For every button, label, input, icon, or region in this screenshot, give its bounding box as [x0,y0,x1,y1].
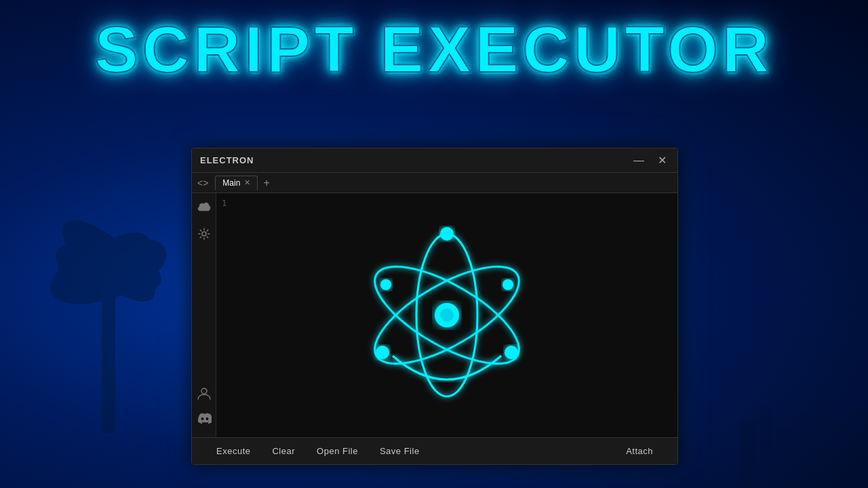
open-file-button[interactable]: Open File [306,442,369,460]
tab-main-label: Main [222,178,240,188]
editor-area[interactable]: 1 [216,193,677,437]
svg-point-22 [505,346,518,359]
save-file-button[interactable]: Save File [369,442,431,460]
title-bar: ELECTRON — ✕ [192,148,677,173]
sidebar-bottom [196,386,212,432]
window-title: ELECTRON [200,155,254,165]
svg-rect-12 [854,410,868,488]
close-button[interactable]: ✕ [655,154,669,167]
content-area: 1 [192,193,677,437]
svg-point-13 [202,232,206,236]
svg-point-14 [201,388,207,394]
tab-main[interactable]: Main ✕ [215,176,258,190]
svg-rect-6 [739,420,756,488]
execute-button[interactable]: Execute [205,442,261,460]
svg-point-16 [440,308,454,322]
clear-button[interactable]: Clear [261,442,306,460]
svg-rect-11 [834,424,851,488]
page-title: SCRIPT EXECUTOR [0,12,868,87]
minimize-button[interactable]: — [631,154,647,167]
line-number: 1 [222,199,226,208]
tabs-bar: <> Main ✕ + [192,173,677,193]
tab-close-icon[interactable]: ✕ [244,178,250,187]
discord-icon[interactable] [196,410,212,426]
nav-arrows-icon[interactable]: <> [197,178,208,188]
add-tab-button[interactable]: + [260,177,272,189]
svg-rect-8 [776,427,797,488]
profile-icon[interactable] [196,386,212,402]
svg-point-20 [440,227,454,241]
svg-point-24 [502,279,513,290]
settings-icon[interactable] [196,226,212,242]
window-controls: — ✕ [631,154,669,167]
palm-tree-left [41,163,176,434]
svg-rect-7 [760,407,773,488]
svg-rect-9 [800,413,812,488]
atom-logo [338,207,555,424]
attach-button[interactable]: Attach [615,442,664,460]
bottom-toolbar: Execute Clear Open File Save File Attach [192,437,677,464]
cloud-icon[interactable] [196,199,212,215]
city-silhouette [732,386,868,488]
app-window: ELECTRON — ✕ <> Main ✕ + [191,148,678,465]
svg-point-21 [376,346,389,359]
sidebar [192,193,216,437]
svg-rect-10 [816,400,831,488]
svg-point-23 [380,279,391,290]
